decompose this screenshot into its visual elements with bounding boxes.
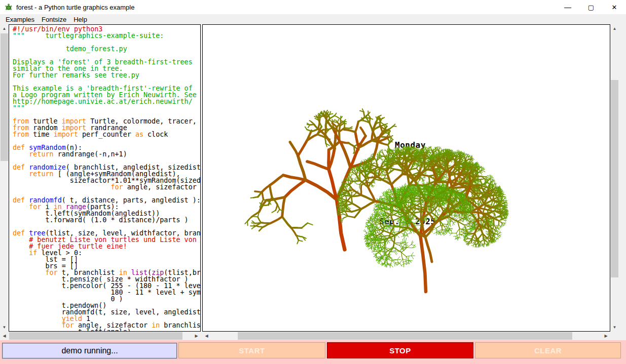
- code-horizontal-scrollbar[interactable]: ◀ ▶: [0, 332, 201, 340]
- clear-button[interactable]: CLEAR: [475, 342, 621, 358]
- canvas-vertical-scrollbar[interactable]: ▲ ▼: [610, 24, 619, 332]
- menubar: Examples Fontsize Help: [0, 14, 626, 24]
- scrollbar-thumb[interactable]: [611, 80, 618, 277]
- window-controls: — ▢ ✕: [556, 0, 626, 14]
- titlebar: forest - a Python turtle graphics exampl…: [0, 0, 626, 14]
- menu-fontsize[interactable]: Fontsize: [38, 15, 70, 24]
- scroll-left-icon[interactable]: ◀: [202, 332, 211, 340]
- minimize-icon[interactable]: —: [556, 0, 579, 14]
- scroll-down-icon[interactable]: ▼: [0, 323, 9, 332]
- code-editor[interactable]: #!/usr/bin/env python3""" turtlegraphics…: [9, 25, 200, 332]
- maximize-icon[interactable]: ▢: [579, 0, 603, 14]
- code-vertical-scrollbar[interactable]: ▲ ▼: [0, 24, 9, 332]
- code-pane: #!/usr/bin/env python3""" turtlegraphics…: [9, 24, 201, 332]
- scroll-right-icon[interactable]: ▶: [602, 332, 610, 340]
- start-button[interactable]: START: [178, 342, 325, 358]
- status-bar: demo running... START STOP CLEAR: [0, 340, 626, 364]
- stop-button[interactable]: STOP: [327, 342, 473, 358]
- app-window: forest - a Python turtle graphics exampl…: [0, 0, 626, 364]
- turtle-icon: [5, 3, 13, 11]
- scroll-left-icon[interactable]: ◀: [0, 332, 9, 340]
- menu-examples[interactable]: Examples: [2, 15, 38, 24]
- scroll-up-icon[interactable]: ▲: [610, 24, 619, 33]
- close-icon[interactable]: ✕: [603, 0, 626, 14]
- canvas-horizontal-scrollbar[interactable]: ◀ ▶: [202, 332, 610, 340]
- canvas-pane: Monday Sep. 8 2025: [202, 24, 610, 332]
- scroll-right-icon[interactable]: ▶: [192, 332, 201, 340]
- scroll-up-icon[interactable]: ▲: [0, 24, 9, 33]
- scrollbar-thumb[interactable]: [9, 332, 182, 340]
- scrollbar-thumb[interactable]: [238, 332, 572, 340]
- turtle-canvas[interactable]: [203, 25, 610, 331]
- scrollbar-thumb[interactable]: [1, 33, 8, 161]
- window-title: forest - a Python turtle graphics exampl…: [16, 4, 134, 11]
- status-label: demo running...: [2, 343, 177, 359]
- scroll-down-icon[interactable]: ▼: [610, 323, 619, 332]
- menu-help[interactable]: Help: [70, 15, 91, 24]
